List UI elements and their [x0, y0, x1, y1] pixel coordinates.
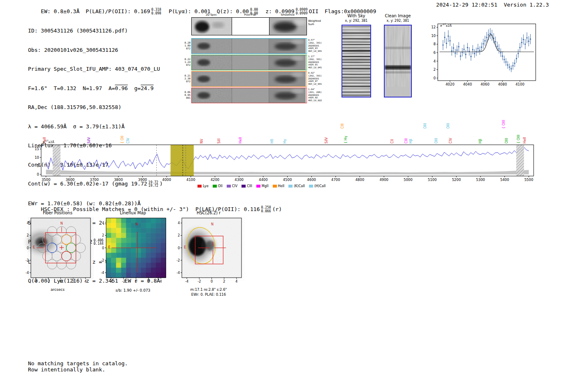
- svg-text:4100: 4100: [516, 82, 525, 86]
- legend-label: MgII: [262, 184, 269, 188]
- cutout-grid: 2D Spec Pixel Flat Smoothed: [182, 12, 327, 105]
- spectrum-legend: LyαOIICIVCIIIMgIIHeII(K)CaII(H)CaII: [197, 184, 325, 188]
- svg-text:Hβ: Hβ: [409, 139, 413, 144]
- svg-text:{ OII: { OII: [120, 136, 124, 144]
- svg-text:3800: 3800: [114, 178, 123, 182]
- fiber-row-annotation: 0.82"(292, 381)20200101v026_07403_LU_041: [308, 72, 322, 86]
- svg-text:0: 0: [102, 246, 104, 250]
- svg-text:OIII: OIII: [446, 123, 450, 129]
- hsc-caption2: EWr: 0. PLAE: 0.116: [172, 292, 246, 297]
- svg-text:-2: -2: [46, 280, 50, 283]
- svg-text:CII: CII: [390, 139, 394, 144]
- svg-text:2: 2: [434, 67, 436, 72]
- svg-text:5100: 5100: [428, 178, 437, 182]
- svg-text:CIV: CIV: [448, 138, 453, 144]
- svg-text:4: 4: [235, 280, 237, 283]
- svg-text:SiIV: SiIV: [324, 137, 328, 144]
- fiber-positions-title: Fiber Positions: [21, 211, 95, 215]
- svg-text:4100: 4100: [186, 178, 195, 182]
- fiber-cutout-rows: 0.281.890720.57"(292, 381)20200101v026_0…: [182, 12, 327, 105]
- legend-item: MgII: [256, 184, 269, 188]
- svg-text:4020: 4020: [446, 82, 455, 86]
- legend-swatch: [242, 185, 246, 188]
- fiber-smoothed-image: [269, 72, 306, 86]
- fiber-row-weights: 0.221.24072: [182, 58, 190, 66]
- svg-text:0: 0: [434, 76, 436, 80]
- svg-text:-4: -4: [26, 271, 29, 275]
- legend-label: CIII: [247, 184, 252, 188]
- svg-text:SiII: SiII: [217, 139, 221, 144]
- svg-text:N: N: [60, 222, 63, 225]
- legend-swatch: [227, 185, 231, 188]
- svg-text:CIII: CIII: [404, 138, 408, 144]
- svg-text:6: 6: [434, 51, 436, 55]
- svg-text:4700: 4700: [331, 178, 340, 182]
- lineflux-map-title: Lineflux Map: [96, 211, 170, 215]
- fiber-row-annotation: 0.57"(292, 381)20200101v026_03403_LU_041: [308, 39, 322, 53]
- legend-label: Lyα: [203, 184, 209, 188]
- svg-text:2: 2: [27, 234, 29, 237]
- plae-uncertainty: 0.3180.098: [151, 8, 161, 15]
- svg-text:4800: 4800: [355, 178, 365, 182]
- legend-label: (K)CaII: [294, 184, 305, 188]
- svg-text:{ Hγ: { Hγ: [344, 136, 348, 144]
- timestamp-version: 2024-12-29 12:02:51 Version 1.22.3: [436, 2, 549, 8]
- svg-text:4000: 4000: [162, 178, 171, 182]
- fiber-smoothed-image: [269, 88, 306, 103]
- svg-text:-4: -4: [34, 280, 37, 283]
- svg-text:Hδ: Hδ: [270, 139, 274, 144]
- clean-image: [384, 25, 412, 97]
- fiber-cutout-row: 0.281.890720.57"(292, 381)20200101v026_0…: [182, 38, 327, 54]
- svg-text:-4: -4: [109, 280, 113, 283]
- svg-text:4300: 4300: [235, 178, 244, 182]
- fiber-pixelflat-image: [232, 55, 269, 70]
- legend-swatch: [213, 185, 217, 188]
- svg-text:Hβ: Hβ: [478, 139, 482, 144]
- svg-text:-4: -4: [177, 271, 180, 275]
- clean-title: Clean Image: [373, 14, 423, 18]
- svg-text:HeII: HeII: [238, 137, 242, 144]
- svg-text:Hγ: Hγ: [283, 139, 287, 144]
- svg-text:10: 10: [35, 155, 39, 160]
- spectrum-block: 3500360037003800390040004100420043004400…: [0, 105, 576, 193]
- lineflux-caption: s/b: 1.90 +/- 0.073: [96, 288, 170, 292]
- svg-text:0: 0: [37, 172, 39, 176]
- withsky-title: With Sky: [333, 14, 379, 18]
- svg-text:3500: 3500: [42, 178, 51, 182]
- svg-text:5: 5: [37, 164, 39, 168]
- fiber-row-cutouts: [191, 55, 307, 70]
- svg-text:12: 12: [431, 25, 436, 29]
- svg-text:E: E: [184, 246, 186, 249]
- svg-text:5300: 5300: [476, 178, 485, 182]
- clean-xy: x, y: 292, 381: [373, 19, 423, 23]
- fiber-cutout-row: 0.221.240721.17"(292, 381)20200101v026_0…: [182, 55, 327, 70]
- svg-text:-4: -4: [185, 280, 188, 283]
- svg-text:2: 2: [72, 280, 74, 283]
- fiber-row-weights: 0.281.89072: [182, 41, 190, 50]
- svg-text:CIV: CIV: [126, 138, 130, 144]
- line-fit-chart: 40204040406040804100024681012: [424, 20, 543, 93]
- svg-text:2: 2: [223, 280, 225, 283]
- fiber-row-weights: 0.060.95091: [182, 90, 190, 99]
- full-spectrum-chart: 3500360037003800390040004100420043004400…: [0, 105, 576, 193]
- hsc-plae-uncertainty: 0.2580.066: [261, 206, 271, 213]
- legend-swatch: [256, 185, 260, 188]
- svg-text:4: 4: [178, 221, 180, 225]
- fiber-pixelflat-image: [232, 39, 269, 53]
- legend-swatch: [288, 185, 293, 188]
- legend-item: Lyα: [197, 184, 209, 188]
- svg-text:E: E: [33, 246, 35, 249]
- svg-text:5000: 5000: [404, 178, 413, 182]
- svg-text:-4: -4: [101, 271, 104, 275]
- fiber-smoothed-image: [269, 39, 306, 53]
- svg-text:4: 4: [84, 280, 86, 283]
- svg-text:4: 4: [27, 221, 29, 225]
- svg-text:{ OIII: { OIII: [516, 135, 520, 144]
- svg-text:N: N: [211, 223, 214, 226]
- svg-text:4080: 4080: [498, 82, 507, 86]
- svg-text:5200: 5200: [452, 178, 461, 182]
- svg-text:NV: NV: [200, 139, 204, 144]
- svg-text:-2: -2: [101, 259, 104, 262]
- svg-text:4: 4: [160, 280, 162, 283]
- legend-item: (K)CaII: [288, 184, 305, 188]
